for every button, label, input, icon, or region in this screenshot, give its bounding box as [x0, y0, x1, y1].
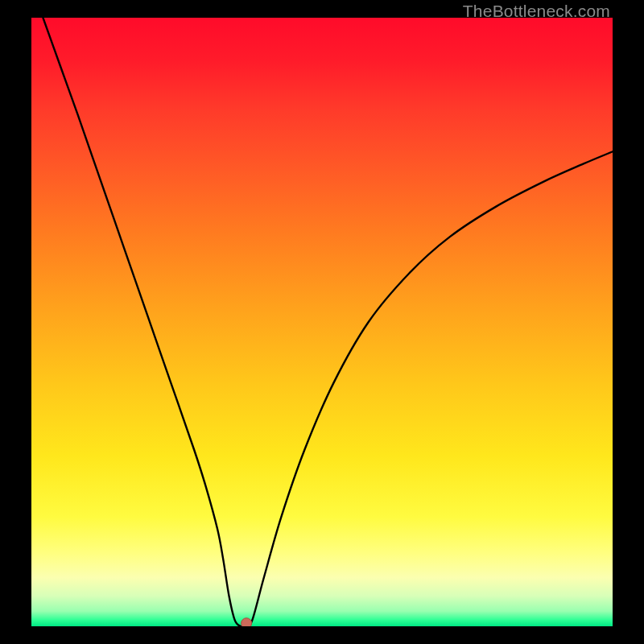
chart-frame: TheBottleneck.com	[0, 0, 644, 644]
plot-area	[31, 18, 613, 626]
curve-path	[43, 18, 613, 626]
bottleneck-curve	[31, 18, 613, 626]
minimum-marker	[242, 618, 252, 626]
